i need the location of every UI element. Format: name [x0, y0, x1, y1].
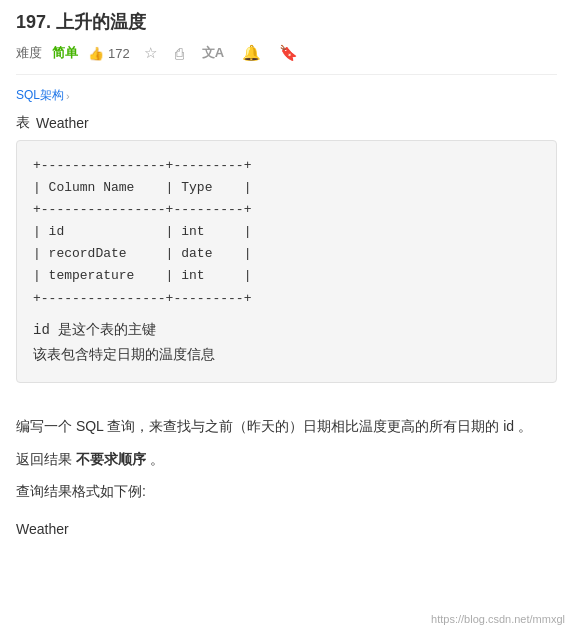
breadcrumb-separator: › [66, 90, 70, 102]
problem-description: 编写一个 SQL 查询，来查找与之前（昨天的）日期相比温度更高的所有日期的 id… [16, 413, 557, 440]
schema-box: +----------------+---------+ | Column Na… [16, 140, 557, 383]
bell-icon[interactable]: 🔔 [238, 42, 265, 64]
page-title: 197. 上升的温度 [16, 10, 146, 34]
share-icon[interactable]: ⎙ [171, 43, 188, 64]
table-name: Weather [36, 115, 89, 131]
translate-icon[interactable]: 文A [198, 42, 228, 64]
table-label: 表 [16, 114, 30, 132]
like-icon[interactable]: 👍 [88, 46, 104, 61]
desc-primary-key: id 是这个表的主键 [33, 318, 540, 343]
difficulty-value: 简单 [52, 44, 78, 62]
example-label: 查询结果格式如下例: [16, 478, 557, 505]
bottom-table-name: Weather [16, 521, 557, 537]
star-icon[interactable]: ☆ [140, 42, 161, 64]
difficulty-label: 难度 [16, 44, 42, 62]
watermark: https://blog.csdn.net/mmxgl [431, 613, 565, 625]
body-text-1: 编写一个 SQL 查询，来查找与之前（昨天的）日期相比温度更高的所有日期的 id… [16, 418, 532, 434]
like-count: 172 [108, 46, 130, 61]
desc-table-info: 该表包含特定日期的温度信息 [33, 343, 540, 368]
order-note: 返回结果 不要求顺序 。 [16, 446, 557, 473]
schema-content: +----------------+---------+ | Column Na… [33, 155, 540, 310]
bold-no-order: 不要求顺序 [76, 451, 146, 467]
breadcrumb-link[interactable]: SQL架构 [16, 87, 64, 104]
bookmark-icon[interactable]: 🔖 [275, 42, 302, 64]
